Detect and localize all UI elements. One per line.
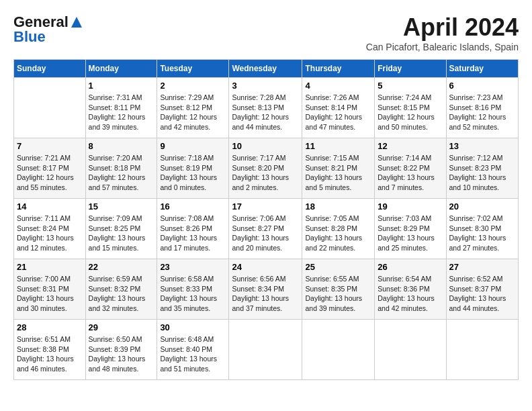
day-detail: Sunrise: 7:08 AMSunset: 8:26 PMDaylight:… (160, 214, 226, 253)
day-detail: Sunrise: 7:29 AMSunset: 8:12 PMDaylight:… (160, 93, 226, 132)
day-number: 7 (17, 141, 83, 151)
calendar-cell-w1-d7: 6Sunrise: 7:23 AMSunset: 8:16 PMDaylight… (446, 78, 518, 138)
calendar-cell-w5-d2: 29Sunrise: 6:50 AMSunset: 8:39 PMDayligh… (85, 320, 157, 380)
day-detail: Sunrise: 7:20 AMSunset: 8:18 PMDaylight:… (89, 153, 154, 193)
header-tuesday: Tuesday (157, 60, 229, 78)
calendar-cell-w5-d7 (446, 320, 518, 380)
header-saturday: Saturday (446, 60, 518, 78)
day-detail: Sunrise: 7:26 AMSunset: 8:14 PMDaylight:… (305, 93, 371, 132)
day-detail: Sunrise: 6:50 AMSunset: 8:39 PMDaylight:… (89, 334, 154, 374)
day-number: 2 (160, 81, 226, 91)
day-number: 15 (89, 201, 154, 212)
location: Can Picafort, Balearic Islands, Spain (366, 42, 519, 52)
month-title: April 2024 (366, 13, 519, 42)
day-detail: Sunrise: 7:28 AMSunset: 8:13 PMDaylight:… (232, 93, 299, 132)
day-detail: Sunrise: 7:24 AMSunset: 8:15 PMDaylight:… (378, 93, 443, 132)
logo: General Blue (13, 13, 83, 46)
svg-marker-0 (71, 17, 82, 28)
calendar-cell-w2-d3: 9Sunrise: 7:18 AMSunset: 8:19 PMDaylight… (157, 138, 229, 199)
header-thursday: Thursday (302, 60, 375, 78)
day-number: 14 (17, 201, 83, 212)
day-number: 22 (89, 262, 154, 272)
day-detail: Sunrise: 7:14 AMSunset: 8:22 PMDaylight:… (378, 153, 443, 193)
day-number: 19 (378, 201, 443, 212)
header-monday: Monday (85, 60, 157, 78)
day-number: 6 (449, 81, 515, 91)
week-row-4: 21Sunrise: 7:00 AMSunset: 8:31 PMDayligh… (14, 259, 519, 320)
calendar-cell-w1-d4: 3Sunrise: 7:28 AMSunset: 8:13 PMDaylight… (229, 78, 302, 138)
calendar-cell-w5-d5 (302, 320, 375, 380)
day-detail: Sunrise: 7:00 AMSunset: 8:31 PMDaylight:… (17, 274, 83, 314)
week-row-1: 1Sunrise: 7:31 AMSunset: 8:11 PMDaylight… (14, 78, 519, 138)
week-row-2: 7Sunrise: 7:21 AMSunset: 8:17 PMDaylight… (14, 138, 519, 199)
logo-blue-text: Blue (13, 28, 46, 46)
day-detail: Sunrise: 7:17 AMSunset: 8:20 PMDaylight:… (232, 153, 299, 193)
day-detail: Sunrise: 7:23 AMSunset: 8:16 PMDaylight:… (449, 93, 515, 132)
calendar-cell-w4-d6: 26Sunrise: 6:54 AMSunset: 8:36 PMDayligh… (375, 259, 446, 320)
week-row-5: 28Sunrise: 6:51 AMSunset: 8:38 PMDayligh… (14, 320, 519, 380)
calendar-cell-w4-d2: 22Sunrise: 6:59 AMSunset: 8:32 PMDayligh… (85, 259, 157, 320)
calendar-cell-w3-d4: 17Sunrise: 7:06 AMSunset: 8:27 PMDayligh… (229, 199, 302, 259)
day-number: 9 (160, 141, 226, 151)
day-detail: Sunrise: 7:02 AMSunset: 8:30 PMDaylight:… (449, 214, 515, 253)
calendar-cell-w1-d1 (14, 78, 86, 138)
calendar-table: Sunday Monday Tuesday Wednesday Thursday… (13, 59, 519, 380)
calendar-cell-w3-d2: 15Sunrise: 7:09 AMSunset: 8:25 PMDayligh… (85, 199, 157, 259)
header: General Blue April 2024 Can Picafort, Ba… (13, 13, 519, 52)
day-number: 30 (160, 322, 226, 332)
day-number: 13 (449, 141, 515, 151)
calendar-cell-w3-d6: 19Sunrise: 7:03 AMSunset: 8:29 PMDayligh… (375, 199, 446, 259)
calendar-cell-w3-d5: 18Sunrise: 7:05 AMSunset: 8:28 PMDayligh… (302, 199, 375, 259)
day-detail: Sunrise: 6:51 AMSunset: 8:38 PMDaylight:… (17, 334, 83, 374)
calendar-cell-w4-d5: 25Sunrise: 6:55 AMSunset: 8:35 PMDayligh… (302, 259, 375, 320)
day-number: 20 (449, 201, 515, 212)
header-wednesday: Wednesday (229, 60, 302, 78)
week-row-3: 14Sunrise: 7:11 AMSunset: 8:24 PMDayligh… (14, 199, 519, 259)
day-number: 18 (305, 201, 371, 212)
day-detail: Sunrise: 6:48 AMSunset: 8:40 PMDaylight:… (160, 334, 226, 374)
calendar-cell-w5-d4 (229, 320, 302, 380)
day-number: 5 (378, 81, 443, 91)
calendar-cell-w1-d6: 5Sunrise: 7:24 AMSunset: 8:15 PMDaylight… (375, 78, 446, 138)
day-detail: Sunrise: 6:59 AMSunset: 8:32 PMDaylight:… (89, 274, 154, 314)
day-number: 11 (305, 141, 371, 151)
day-number: 16 (160, 201, 226, 212)
calendar-cell-w2-d6: 12Sunrise: 7:14 AMSunset: 8:22 PMDayligh… (375, 138, 446, 199)
day-number: 29 (89, 322, 154, 332)
day-number: 28 (17, 322, 83, 332)
calendar-cell-w5-d1: 28Sunrise: 6:51 AMSunset: 8:38 PMDayligh… (14, 320, 86, 380)
weekday-header-row: Sunday Monday Tuesday Wednesday Thursday… (14, 60, 519, 78)
day-number: 17 (232, 201, 299, 212)
calendar-cell-w4-d7: 27Sunrise: 6:52 AMSunset: 8:37 PMDayligh… (446, 259, 518, 320)
calendar-cell-w4-d4: 24Sunrise: 6:56 AMSunset: 8:34 PMDayligh… (229, 259, 302, 320)
calendar-cell-w2-d5: 11Sunrise: 7:15 AMSunset: 8:21 PMDayligh… (302, 138, 375, 199)
day-number: 21 (17, 262, 83, 272)
day-detail: Sunrise: 6:58 AMSunset: 8:33 PMDaylight:… (160, 274, 226, 314)
calendar-cell-w1-d3: 2Sunrise: 7:29 AMSunset: 8:12 PMDaylight… (157, 78, 229, 138)
day-detail: Sunrise: 7:31 AMSunset: 8:11 PMDaylight:… (89, 93, 154, 132)
calendar-cell-w4-d3: 23Sunrise: 6:58 AMSunset: 8:33 PMDayligh… (157, 259, 229, 320)
calendar-cell-w2-d7: 13Sunrise: 7:12 AMSunset: 8:23 PMDayligh… (446, 138, 518, 199)
calendar-cell-w2-d1: 7Sunrise: 7:21 AMSunset: 8:17 PMDaylight… (14, 138, 86, 199)
day-number: 12 (378, 141, 443, 151)
day-detail: Sunrise: 7:11 AMSunset: 8:24 PMDaylight:… (17, 214, 83, 253)
day-number: 26 (378, 262, 443, 272)
day-detail: Sunrise: 7:15 AMSunset: 8:21 PMDaylight:… (305, 153, 371, 193)
header-sunday: Sunday (14, 60, 86, 78)
day-number: 8 (89, 141, 154, 151)
calendar-cell-w1-d2: 1Sunrise: 7:31 AMSunset: 8:11 PMDaylight… (85, 78, 157, 138)
day-number: 23 (160, 262, 226, 272)
day-number: 1 (89, 81, 154, 91)
calendar-cell-w2-d4: 10Sunrise: 7:17 AMSunset: 8:20 PMDayligh… (229, 138, 302, 199)
day-detail: Sunrise: 6:55 AMSunset: 8:35 PMDaylight:… (305, 274, 371, 314)
day-detail: Sunrise: 6:56 AMSunset: 8:34 PMDaylight:… (232, 274, 299, 314)
day-detail: Sunrise: 7:21 AMSunset: 8:17 PMDaylight:… (17, 153, 83, 193)
day-detail: Sunrise: 6:52 AMSunset: 8:37 PMDaylight:… (449, 274, 515, 314)
day-number: 4 (305, 81, 371, 91)
calendar-cell-w5-d3: 30Sunrise: 6:48 AMSunset: 8:40 PMDayligh… (157, 320, 229, 380)
day-detail: Sunrise: 7:12 AMSunset: 8:23 PMDaylight:… (449, 153, 515, 193)
day-number: 25 (305, 262, 371, 272)
day-detail: Sunrise: 7:06 AMSunset: 8:27 PMDaylight:… (232, 214, 299, 253)
day-detail: Sunrise: 6:54 AMSunset: 8:36 PMDaylight:… (378, 274, 443, 314)
day-detail: Sunrise: 7:03 AMSunset: 8:29 PMDaylight:… (378, 214, 443, 253)
